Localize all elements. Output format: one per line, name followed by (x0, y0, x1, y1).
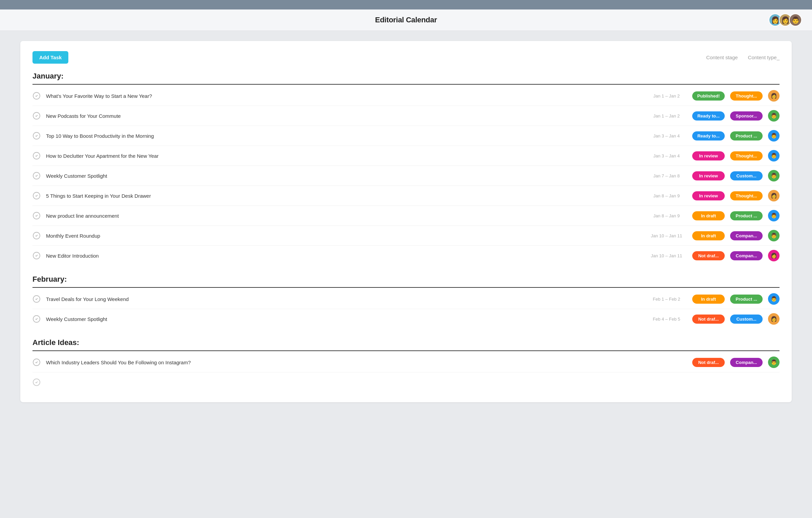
task-dates: Jan 10 – Jan 11 (646, 253, 687, 258)
add-task-button[interactable]: Add Task (32, 51, 68, 64)
table-row[interactable]: Weekly Customer Spotlight Jan 7 – Jan 8 … (32, 166, 780, 186)
status-badge: In review (692, 171, 725, 180)
status-badge: Not draf... (692, 315, 725, 324)
task-dates: Jan 3 – Jan 4 (646, 133, 687, 138)
type-badge: Thought... (730, 191, 763, 200)
task-dates: Jan 3 – Jan 4 (646, 153, 687, 158)
task-title: Monthly Event Roundup (46, 233, 641, 239)
check-icon (32, 132, 41, 140)
table-row[interactable]: Weekly Customer Spotlight Feb 4 – Feb 5 … (32, 309, 780, 329)
check-icon (32, 112, 41, 120)
type-badge: Sponsor... (730, 111, 763, 121)
check-icon (32, 252, 41, 260)
toolbar-filters: Content stage Content type_ (706, 55, 780, 60)
calendar-card: Add Task Content stage Content type_ Jan… (20, 41, 792, 402)
avatar-3[interactable]: 👨 (789, 14, 802, 26)
toolbar: Add Task Content stage Content type_ (32, 51, 780, 64)
avatar: 👨 (768, 170, 780, 181)
check-icon (32, 172, 41, 180)
task-dates: Jan 7 – Jan 8 (646, 173, 687, 178)
type-badge: Thought... (730, 151, 763, 160)
type-badge: Compan... (730, 251, 763, 260)
section-title-1: February: (32, 275, 780, 288)
task-dates: Feb 4 – Feb 5 (646, 317, 687, 322)
content-stage-filter[interactable]: Content stage (706, 55, 738, 60)
check-icon (32, 152, 41, 160)
task-dates: Jan 1 – Jan 2 (646, 93, 687, 99)
status-badge: In review (692, 191, 725, 200)
type-badge: Product ... (730, 295, 763, 304)
section-title-2: Article Ideas: (32, 338, 780, 351)
task-title: New product line announcement (46, 213, 641, 219)
status-badge: Ready to... (692, 111, 725, 121)
top-bar (0, 0, 812, 9)
status-badge: Ready to... (692, 131, 725, 141)
section-title-0: January: (32, 72, 780, 85)
task-title: Top 10 Way to Boost Productivity in the … (46, 133, 641, 139)
avatar: 👨 (768, 210, 780, 221)
content-type-filter[interactable]: Content type_ (748, 55, 780, 60)
check-icon (32, 358, 41, 366)
table-row[interactable]: Travel Deals for Your Long Weekend Feb 1… (32, 289, 780, 309)
type-badge: Compan... (730, 231, 763, 240)
check-icon (32, 295, 41, 303)
check-icon (32, 92, 41, 100)
type-badge: Custom... (730, 315, 763, 324)
table-row[interactable]: Which Industry Leaders Should You Be Fol… (32, 352, 780, 372)
table-row[interactable]: Top 10 Way to Boost Productivity in the … (32, 126, 780, 146)
task-title: Weekly Customer Spotlight (46, 316, 641, 322)
status-badge: In review (692, 151, 725, 160)
task-title: Weekly Customer Spotlight (46, 173, 641, 179)
type-badge: Product ... (730, 131, 763, 141)
page-title: Editorial Calendar (375, 16, 437, 24)
task-title: Which Industry Leaders Should You Be Fol… (46, 360, 641, 365)
type-badge: Thought... (730, 91, 763, 101)
status-badge: In draft (692, 211, 725, 220)
main-content: Add Task Content stage Content type_ Jan… (0, 31, 812, 412)
avatar: 👩 (768, 190, 780, 201)
avatar: 👨 (768, 357, 780, 368)
section-2: Article Ideas: Which Industry Leaders Sh… (32, 338, 780, 392)
status-badge: Not draf... (692, 251, 725, 260)
task-dates: Jan 10 – Jan 11 (646, 233, 687, 238)
task-dates: Feb 1 – Feb 2 (646, 297, 687, 302)
task-dates: Jan 1 – Jan 2 (646, 113, 687, 118)
task-title: Travel Deals for Your Long Weekend (46, 296, 641, 302)
table-row[interactable] (32, 372, 780, 392)
type-badge: Product ... (730, 211, 763, 220)
status-badge: In draft (692, 295, 725, 304)
avatar: 👨 (768, 150, 780, 161)
avatar: 👨 (768, 230, 780, 241)
table-row[interactable]: What's Your Favorite Way to Start a New … (32, 86, 780, 106)
check-icon (32, 315, 41, 323)
table-row[interactable]: New Podcasts for Your Commute Jan 1 – Ja… (32, 106, 780, 126)
status-badge: Not draf... (692, 358, 725, 367)
status-badge: Published! (692, 91, 725, 101)
task-dates: Jan 8 – Jan 9 (646, 213, 687, 218)
check-icon (32, 212, 41, 220)
avatar: 👨 (768, 110, 780, 122)
status-badge: In draft (692, 231, 725, 240)
task-title: 5 Things to Start Keeping in Your Desk D… (46, 193, 641, 199)
avatar: 👩 (768, 250, 780, 261)
check-icon (32, 192, 41, 200)
task-title: How to Declutter Your Apartment for the … (46, 153, 641, 159)
check-icon (32, 378, 41, 386)
table-row[interactable]: How to Declutter Your Apartment for the … (32, 146, 780, 166)
section-0: January: What's Your Favorite Way to Sta… (32, 72, 780, 265)
avatar: 👨 (768, 293, 780, 305)
avatar: 👨 (768, 130, 780, 142)
section-1: February: Travel Deals for Your Long Wee… (32, 275, 780, 329)
task-dates: Jan 8 – Jan 9 (646, 193, 687, 198)
user-avatars: 👩 👩 👨 (769, 14, 802, 26)
header: Editorial Calendar 👩 👩 👨 (0, 9, 812, 31)
table-row[interactable]: New product line announcement Jan 8 – Ja… (32, 206, 780, 226)
type-badge: Custom... (730, 171, 763, 180)
task-title: New Editor Introduction (46, 253, 641, 259)
table-row[interactable]: Monthly Event Roundup Jan 10 – Jan 11 In… (32, 226, 780, 246)
avatar: 👩 (768, 90, 780, 102)
table-row[interactable]: 5 Things to Start Keeping in Your Desk D… (32, 186, 780, 206)
sections-container: January: What's Your Favorite Way to Sta… (32, 72, 780, 392)
task-title: What's Your Favorite Way to Start a New … (46, 93, 641, 99)
table-row[interactable]: New Editor Introduction Jan 10 – Jan 11 … (32, 246, 780, 265)
